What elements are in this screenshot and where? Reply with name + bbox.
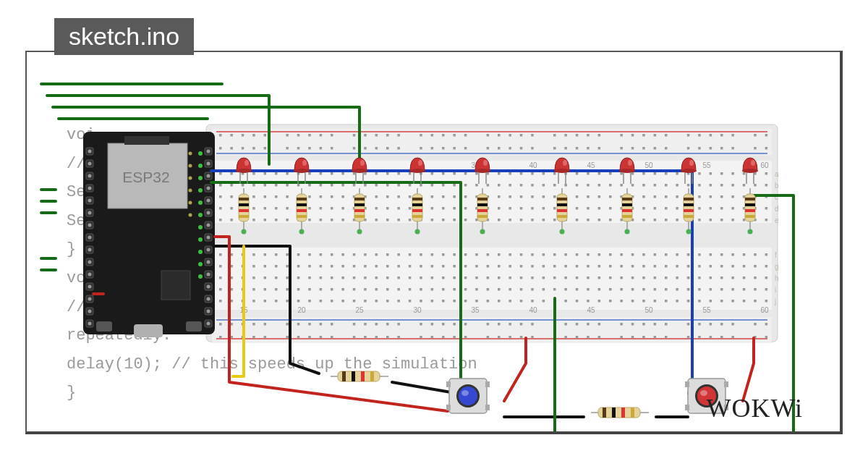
- svg-rect-257: [598, 195, 601, 198]
- svg-rect-390: [409, 253, 412, 256]
- svg-rect-542: [431, 288, 434, 291]
- svg-rect-582: [320, 300, 323, 303]
- svg-rect-545: [464, 288, 467, 291]
- svg-rect-344: [453, 219, 456, 221]
- svg-rect-279: [286, 207, 289, 210]
- esp32-board[interactable]: ESP32: [83, 132, 215, 337]
- svg-rect-345: [464, 219, 467, 221]
- svg-rect-180: [297, 184, 300, 187]
- svg-rect-331: [308, 219, 311, 221]
- svg-rect-219: [731, 184, 734, 187]
- svg-rect-589: [397, 300, 400, 303]
- svg-point-780: [198, 225, 203, 229]
- svg-rect-142: [431, 172, 434, 175]
- svg-rect-167: [710, 172, 712, 175]
- svg-rect-121: [754, 147, 757, 150]
- svg-rect-101: [487, 147, 490, 150]
- svg-rect-617: [710, 300, 712, 303]
- svg-rect-323: [219, 219, 222, 221]
- svg-point-790: [189, 214, 192, 217]
- svg-rect-258: [609, 195, 612, 198]
- svg-rect-386: [364, 253, 367, 256]
- svg-rect-554: [564, 288, 567, 291]
- svg-rect-42: [252, 134, 255, 137]
- svg-rect-434: [341, 265, 344, 268]
- svg-rect-499: [509, 276, 511, 279]
- svg-rect-408: [609, 253, 612, 256]
- svg-rect-380: [297, 253, 300, 256]
- svg-rect-558: [609, 288, 612, 291]
- svg-rect-577: [264, 300, 267, 303]
- svg-rect-88: [308, 147, 311, 150]
- svg-rect-218: [720, 184, 723, 187]
- svg-rect-457: [598, 265, 601, 268]
- svg-rect-616: [698, 300, 701, 303]
- svg-rect-631: [320, 323, 323, 326]
- svg-rect-676: [364, 336, 367, 339]
- svg-point-849: [751, 160, 755, 166]
- svg-rect-415: [687, 253, 690, 256]
- filename-tab[interactable]: sketch.ino: [54, 18, 194, 55]
- svg-text:55: 55: [702, 306, 711, 314]
- svg-rect-627: [264, 323, 267, 326]
- svg-rect-440: [409, 265, 412, 268]
- svg-rect-382: [320, 253, 323, 256]
- svg-point-711: [88, 150, 92, 153]
- svg-rect-477: [264, 276, 267, 279]
- svg-rect-614: [676, 300, 678, 303]
- svg-rect-471: [754, 265, 757, 268]
- svg-rect-127: [264, 172, 267, 175]
- svg-point-774: [198, 151, 203, 156]
- svg-rect-917: [745, 203, 755, 206]
- svg-rect-497: [487, 276, 490, 279]
- svg-rect-80: [765, 134, 768, 137]
- svg-point-778: [198, 200, 203, 205]
- svg-rect-71: [642, 134, 645, 137]
- svg-rect-232: [320, 195, 323, 198]
- svg-rect-529: [286, 288, 289, 291]
- svg-rect-322: [765, 207, 768, 210]
- svg-rect-85: [264, 147, 267, 150]
- svg-rect-239: [397, 195, 400, 198]
- svg-rect-308: [609, 207, 612, 210]
- svg-rect-45: [297, 134, 300, 137]
- svg-rect-420: [743, 253, 746, 256]
- svg-rect-572: [765, 288, 768, 291]
- svg-rect-894: [557, 209, 567, 212]
- svg-rect-116: [687, 147, 690, 150]
- svg-rect-383: [331, 253, 333, 256]
- svg-rect-547: [487, 288, 490, 291]
- svg-rect-147: [487, 172, 490, 175]
- svg-rect-357: [598, 219, 601, 221]
- circuit-diagram[interactable]: 15 20 25 30 35 40 45 50 55 60 15 20 25 3…: [27, 52, 843, 434]
- svg-rect-122: [765, 147, 768, 150]
- svg-point-921: [748, 229, 753, 235]
- svg-rect-87: [297, 147, 300, 150]
- svg-rect-937: [485, 381, 490, 387]
- svg-point-765: [207, 297, 210, 301]
- svg-rect-109: [587, 147, 590, 150]
- svg-rect-397: [487, 253, 490, 256]
- svg-rect-102: [498, 147, 501, 150]
- svg-rect-47: [320, 134, 323, 137]
- svg-rect-199: [509, 184, 511, 187]
- svg-text:f: f: [775, 251, 777, 259]
- svg-rect-329: [286, 219, 289, 221]
- svg-rect-530: [297, 288, 300, 291]
- svg-rect-487: [375, 276, 378, 279]
- wokwi-logo: WOKWi: [706, 393, 803, 423]
- svg-rect-688: [520, 336, 523, 339]
- svg-rect-301: [531, 207, 534, 210]
- svg-rect-893: [557, 203, 567, 206]
- svg-rect-256: [587, 195, 590, 198]
- svg-rect-112: [631, 147, 634, 150]
- svg-point-941: [459, 387, 477, 405]
- svg-rect-314: [676, 207, 678, 210]
- svg-rect-376: [252, 253, 255, 256]
- svg-rect-571: [754, 288, 757, 291]
- svg-rect-417: [710, 253, 712, 256]
- svg-point-757: [207, 248, 210, 252]
- svg-point-733: [88, 285, 92, 289]
- svg-rect-466: [698, 265, 701, 268]
- svg-rect-609: [620, 300, 623, 303]
